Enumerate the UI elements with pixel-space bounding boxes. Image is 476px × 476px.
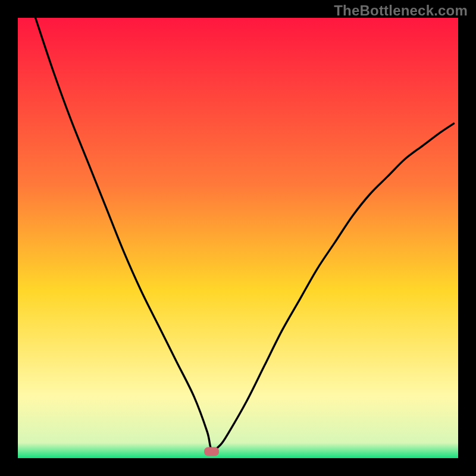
- gradient-background: [18, 18, 458, 458]
- watermark-text: TheBottleneck.com: [334, 2, 468, 19]
- chart-frame: TheBottleneck.com: [0, 0, 476, 476]
- plot-area: [18, 18, 458, 458]
- optimum-marker: [205, 447, 219, 456]
- chart-svg: [18, 18, 458, 458]
